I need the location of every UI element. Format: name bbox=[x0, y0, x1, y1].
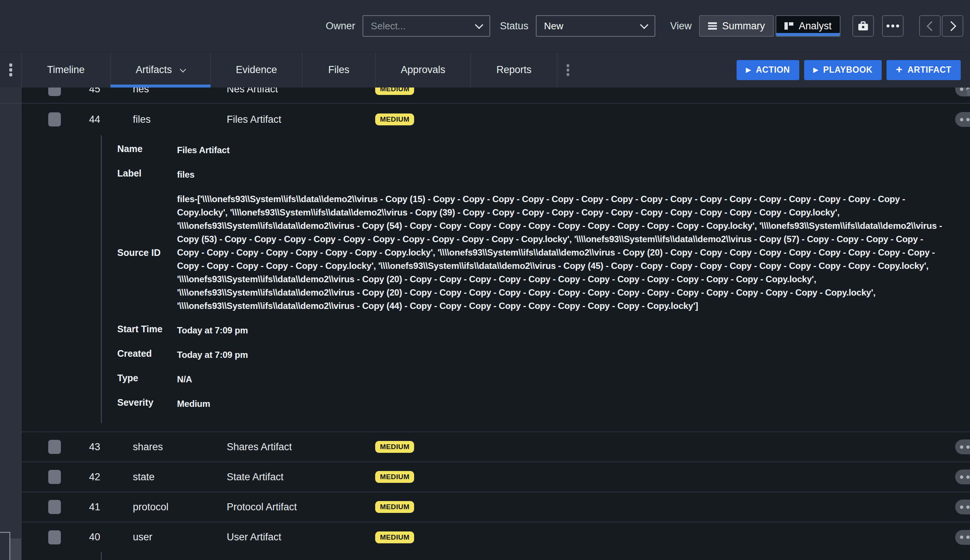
artifacts-table: 45 nes Nes Artifact MEDIUM 44 files File… bbox=[0, 88, 970, 560]
artifact-label: nes bbox=[133, 88, 227, 95]
prev-button[interactable] bbox=[919, 15, 941, 37]
artifact-row-45[interactable]: 45 nes Nes Artifact MEDIUM bbox=[22, 88, 970, 103]
scrollbar-thumb[interactable] bbox=[967, 88, 970, 96]
pager bbox=[919, 15, 963, 37]
artifact-button-label: ARTIFACT bbox=[907, 65, 952, 75]
row-checkbox[interactable] bbox=[48, 440, 61, 454]
view-toggle: Summary Analyst bbox=[699, 15, 840, 37]
action-button-label: ACTION bbox=[756, 65, 790, 75]
artifact-44-details: Name Files Artifact Label files Source I… bbox=[101, 135, 970, 423]
detail-field: Severity Medium bbox=[117, 397, 944, 410]
workbook-briefcase-button[interactable] bbox=[852, 15, 874, 37]
rail-separator bbox=[0, 103, 22, 103]
artifact-name: Files Artifact bbox=[227, 114, 375, 125]
row-checkbox[interactable] bbox=[48, 112, 61, 127]
tab-artifacts[interactable]: Artifacts bbox=[110, 52, 211, 88]
detail-value: files bbox=[177, 168, 194, 182]
owner-select-value: Select... bbox=[371, 20, 406, 32]
play-icon: ▶ bbox=[746, 67, 751, 73]
artifact-label: user bbox=[133, 532, 227, 543]
status-select-value: New bbox=[544, 20, 563, 32]
artifact-row-43[interactable]: 43 shares Shares Artifact MEDIUM bbox=[22, 432, 970, 462]
detail-label: Severity bbox=[117, 397, 177, 410]
artifact-row-45-clipped: 45 nes Nes Artifact MEDIUM bbox=[22, 88, 970, 103]
status-select[interactable]: New bbox=[536, 15, 655, 37]
tab-label: Files bbox=[328, 64, 349, 76]
chevron-down-icon bbox=[180, 66, 186, 72]
artifact-id: 43 bbox=[61, 441, 100, 453]
severity-badge: MEDIUM bbox=[375, 532, 414, 543]
artifact-id: 45 bbox=[61, 88, 100, 95]
chevron-down-icon bbox=[475, 20, 484, 29]
tab-overflow-left-button[interactable] bbox=[0, 52, 22, 88]
severity-badge: MEDIUM bbox=[375, 471, 414, 483]
run-playbook-button[interactable]: ▶ PLAYBOOK bbox=[804, 60, 882, 80]
view-summary-label: Summary bbox=[722, 20, 765, 32]
tab-label: Timeline bbox=[47, 64, 85, 76]
add-artifact-button[interactable]: + ARTIFACT bbox=[887, 60, 961, 80]
artifact-name: Protocol Artifact bbox=[227, 502, 375, 513]
artifact-id: 42 bbox=[61, 472, 100, 483]
severity-badge: MEDIUM bbox=[375, 88, 414, 95]
detail-label: Source ID bbox=[117, 247, 177, 258]
tab-files[interactable]: Files bbox=[302, 52, 376, 88]
vertical-scrollbar[interactable] bbox=[967, 88, 970, 560]
detail-label: Created bbox=[117, 348, 177, 362]
plus-icon: + bbox=[896, 64, 902, 75]
artifact-id: 44 bbox=[61, 114, 100, 125]
artifact-id: 41 bbox=[61, 502, 100, 513]
artifact-row-42[interactable]: 42 state State Artifact MEDIUM bbox=[22, 462, 970, 492]
detail-field: Start Time Today at 7:09 pm bbox=[117, 324, 944, 337]
status-label: Status bbox=[500, 20, 528, 32]
kebab-icon bbox=[567, 64, 569, 76]
row-checkbox[interactable] bbox=[48, 88, 61, 96]
artifact-row-41[interactable]: 41 protocol Protocol Artifact MEDIUM bbox=[22, 492, 970, 522]
analyst-view-icon bbox=[785, 22, 793, 30]
row-checkbox[interactable] bbox=[48, 500, 61, 514]
tab-overflow-button[interactable] bbox=[558, 52, 579, 88]
view-label: View bbox=[670, 20, 692, 32]
artifact-name: State Artifact bbox=[227, 472, 375, 483]
artifact-label: shares bbox=[133, 441, 227, 453]
detail-field: Label files bbox=[117, 168, 944, 182]
artifact-name: Shares Artifact bbox=[227, 441, 375, 453]
detail-value: Today at 7:09 pm bbox=[177, 324, 248, 337]
tab-label: Reports bbox=[496, 64, 532, 76]
run-action-button[interactable]: ▶ ACTION bbox=[736, 60, 799, 80]
tab-evidence[interactable]: Evidence bbox=[211, 52, 302, 88]
soar-investigation-screen: Owner Select... Status New View Summary … bbox=[0, 0, 970, 560]
chevron-right-icon bbox=[946, 21, 956, 31]
more-options-button[interactable] bbox=[882, 15, 903, 37]
severity-badge: MEDIUM bbox=[375, 113, 414, 125]
tab-label: Evidence bbox=[235, 64, 277, 76]
artifact-name: Nes Artifact bbox=[227, 88, 375, 95]
briefcase-icon bbox=[858, 21, 869, 31]
next-button[interactable] bbox=[942, 15, 963, 37]
row-checkbox[interactable] bbox=[48, 470, 61, 484]
detail-label: Name bbox=[117, 143, 177, 157]
tab-approvals[interactable]: Approvals bbox=[376, 52, 471, 88]
detail-value: N/A bbox=[177, 373, 192, 386]
tab-timeline[interactable]: Timeline bbox=[22, 52, 110, 88]
tab-reports[interactable]: Reports bbox=[471, 52, 558, 88]
view-summary-button[interactable]: Summary bbox=[699, 15, 774, 37]
artifact-label: protocol bbox=[133, 502, 227, 513]
row-checkbox[interactable] bbox=[48, 530, 61, 545]
chevron-down-icon bbox=[640, 20, 649, 29]
owner-select[interactable]: Select... bbox=[362, 15, 490, 37]
artifact-label: state bbox=[133, 472, 227, 483]
tab-label: Approvals bbox=[401, 64, 445, 76]
artifact-label: files bbox=[133, 114, 227, 125]
playbook-button-label: PLAYBOOK bbox=[823, 65, 872, 75]
artifact-row-44[interactable]: 44 files Files Artifact MEDIUM bbox=[22, 103, 970, 135]
panel-corner bbox=[0, 532, 10, 560]
detail-field: Type N/A bbox=[117, 373, 944, 386]
detail-value: Today at 7:09 pm bbox=[177, 348, 248, 362]
severity-badge: MEDIUM bbox=[375, 441, 414, 453]
artifact-row-40[interactable]: 40 user User Artifact MEDIUM bbox=[22, 522, 970, 552]
panel-gap bbox=[22, 423, 970, 432]
detail-label: Label bbox=[117, 168, 177, 182]
artifact-40-details: Name User Artifact Created Today at 7:09… bbox=[101, 552, 970, 560]
left-rail bbox=[0, 88, 22, 538]
view-analyst-button[interactable]: Analyst bbox=[776, 15, 840, 37]
